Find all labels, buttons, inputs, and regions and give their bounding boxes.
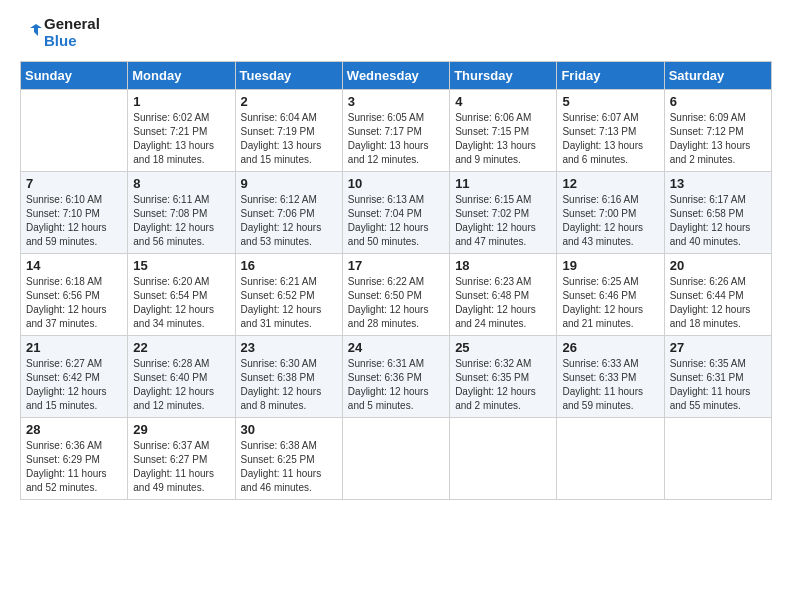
day-number: 23 — [241, 340, 337, 355]
logo: General Blue — [20, 16, 100, 49]
cell-sun-info: Sunrise: 6:17 AMSunset: 6:58 PMDaylight:… — [670, 193, 766, 249]
day-number: 5 — [562, 94, 658, 109]
day-number: 16 — [241, 258, 337, 273]
day-number: 15 — [133, 258, 229, 273]
day-number: 30 — [241, 422, 337, 437]
calendar-cell: 10Sunrise: 6:13 AMSunset: 7:04 PMDayligh… — [342, 172, 449, 254]
calendar-week-2: 7Sunrise: 6:10 AMSunset: 7:10 PMDaylight… — [21, 172, 772, 254]
cell-sun-info: Sunrise: 6:27 AMSunset: 6:42 PMDaylight:… — [26, 357, 122, 413]
cell-sun-info: Sunrise: 6:04 AMSunset: 7:19 PMDaylight:… — [241, 111, 337, 167]
cell-sun-info: Sunrise: 6:16 AMSunset: 7:00 PMDaylight:… — [562, 193, 658, 249]
calendar-cell: 6Sunrise: 6:09 AMSunset: 7:12 PMDaylight… — [664, 90, 771, 172]
day-number: 12 — [562, 176, 658, 191]
calendar-week-3: 14Sunrise: 6:18 AMSunset: 6:56 PMDayligh… — [21, 254, 772, 336]
day-number: 1 — [133, 94, 229, 109]
calendar-cell: 28Sunrise: 6:36 AMSunset: 6:29 PMDayligh… — [21, 418, 128, 500]
day-number: 18 — [455, 258, 551, 273]
cell-sun-info: Sunrise: 6:12 AMSunset: 7:06 PMDaylight:… — [241, 193, 337, 249]
day-number: 29 — [133, 422, 229, 437]
weekday-header-monday: Monday — [128, 62, 235, 90]
weekday-header-sunday: Sunday — [21, 62, 128, 90]
calendar-cell — [664, 418, 771, 500]
calendar-cell: 24Sunrise: 6:31 AMSunset: 6:36 PMDayligh… — [342, 336, 449, 418]
calendar-cell: 17Sunrise: 6:22 AMSunset: 6:50 PMDayligh… — [342, 254, 449, 336]
day-number: 7 — [26, 176, 122, 191]
cell-sun-info: Sunrise: 6:26 AMSunset: 6:44 PMDaylight:… — [670, 275, 766, 331]
day-number: 3 — [348, 94, 444, 109]
svg-marker-0 — [30, 24, 42, 36]
cell-sun-info: Sunrise: 6:02 AMSunset: 7:21 PMDaylight:… — [133, 111, 229, 167]
weekday-header-wednesday: Wednesday — [342, 62, 449, 90]
weekday-header-tuesday: Tuesday — [235, 62, 342, 90]
cell-sun-info: Sunrise: 6:36 AMSunset: 6:29 PMDaylight:… — [26, 439, 122, 495]
calendar-cell — [450, 418, 557, 500]
calendar-cell: 13Sunrise: 6:17 AMSunset: 6:58 PMDayligh… — [664, 172, 771, 254]
calendar-week-1: 1Sunrise: 6:02 AMSunset: 7:21 PMDaylight… — [21, 90, 772, 172]
calendar-cell: 4Sunrise: 6:06 AMSunset: 7:15 PMDaylight… — [450, 90, 557, 172]
weekday-header-thursday: Thursday — [450, 62, 557, 90]
logo-svg: General Blue — [20, 16, 100, 49]
cell-sun-info: Sunrise: 6:20 AMSunset: 6:54 PMDaylight:… — [133, 275, 229, 331]
cell-sun-info: Sunrise: 6:31 AMSunset: 6:36 PMDaylight:… — [348, 357, 444, 413]
calendar-cell: 21Sunrise: 6:27 AMSunset: 6:42 PMDayligh… — [21, 336, 128, 418]
calendar-cell: 3Sunrise: 6:05 AMSunset: 7:17 PMDaylight… — [342, 90, 449, 172]
calendar-cell: 7Sunrise: 6:10 AMSunset: 7:10 PMDaylight… — [21, 172, 128, 254]
weekday-header-friday: Friday — [557, 62, 664, 90]
cell-sun-info: Sunrise: 6:15 AMSunset: 7:02 PMDaylight:… — [455, 193, 551, 249]
day-number: 14 — [26, 258, 122, 273]
day-number: 8 — [133, 176, 229, 191]
day-number: 24 — [348, 340, 444, 355]
day-number: 11 — [455, 176, 551, 191]
cell-sun-info: Sunrise: 6:38 AMSunset: 6:25 PMDaylight:… — [241, 439, 337, 495]
day-number: 20 — [670, 258, 766, 273]
cell-sun-info: Sunrise: 6:05 AMSunset: 7:17 PMDaylight:… — [348, 111, 444, 167]
weekday-header-row: SundayMondayTuesdayWednesdayThursdayFrid… — [21, 62, 772, 90]
calendar-cell — [21, 90, 128, 172]
day-number: 22 — [133, 340, 229, 355]
day-number: 4 — [455, 94, 551, 109]
calendar-cell: 14Sunrise: 6:18 AMSunset: 6:56 PMDayligh… — [21, 254, 128, 336]
day-number: 17 — [348, 258, 444, 273]
cell-sun-info: Sunrise: 6:30 AMSunset: 6:38 PMDaylight:… — [241, 357, 337, 413]
day-number: 2 — [241, 94, 337, 109]
calendar-week-4: 21Sunrise: 6:27 AMSunset: 6:42 PMDayligh… — [21, 336, 772, 418]
calendar-cell: 29Sunrise: 6:37 AMSunset: 6:27 PMDayligh… — [128, 418, 235, 500]
calendar-cell — [557, 418, 664, 500]
calendar-cell: 2Sunrise: 6:04 AMSunset: 7:19 PMDaylight… — [235, 90, 342, 172]
calendar-cell: 8Sunrise: 6:11 AMSunset: 7:08 PMDaylight… — [128, 172, 235, 254]
day-number: 26 — [562, 340, 658, 355]
calendar-cell: 19Sunrise: 6:25 AMSunset: 6:46 PMDayligh… — [557, 254, 664, 336]
cell-sun-info: Sunrise: 6:32 AMSunset: 6:35 PMDaylight:… — [455, 357, 551, 413]
cell-sun-info: Sunrise: 6:10 AMSunset: 7:10 PMDaylight:… — [26, 193, 122, 249]
day-number: 25 — [455, 340, 551, 355]
cell-sun-info: Sunrise: 6:37 AMSunset: 6:27 PMDaylight:… — [133, 439, 229, 495]
day-number: 19 — [562, 258, 658, 273]
cell-sun-info: Sunrise: 6:28 AMSunset: 6:40 PMDaylight:… — [133, 357, 229, 413]
day-number: 28 — [26, 422, 122, 437]
cell-sun-info: Sunrise: 6:11 AMSunset: 7:08 PMDaylight:… — [133, 193, 229, 249]
calendar-cell: 25Sunrise: 6:32 AMSunset: 6:35 PMDayligh… — [450, 336, 557, 418]
cell-sun-info: Sunrise: 6:23 AMSunset: 6:48 PMDaylight:… — [455, 275, 551, 331]
cell-sun-info: Sunrise: 6:06 AMSunset: 7:15 PMDaylight:… — [455, 111, 551, 167]
cell-sun-info: Sunrise: 6:25 AMSunset: 6:46 PMDaylight:… — [562, 275, 658, 331]
calendar-cell: 20Sunrise: 6:26 AMSunset: 6:44 PMDayligh… — [664, 254, 771, 336]
calendar-cell — [342, 418, 449, 500]
logo-blue-text: Blue — [44, 33, 100, 50]
cell-sun-info: Sunrise: 6:09 AMSunset: 7:12 PMDaylight:… — [670, 111, 766, 167]
calendar-cell: 9Sunrise: 6:12 AMSunset: 7:06 PMDaylight… — [235, 172, 342, 254]
calendar-cell: 23Sunrise: 6:30 AMSunset: 6:38 PMDayligh… — [235, 336, 342, 418]
page-header: General Blue — [20, 16, 772, 49]
cell-sun-info: Sunrise: 6:13 AMSunset: 7:04 PMDaylight:… — [348, 193, 444, 249]
day-number: 10 — [348, 176, 444, 191]
calendar-cell: 18Sunrise: 6:23 AMSunset: 6:48 PMDayligh… — [450, 254, 557, 336]
cell-sun-info: Sunrise: 6:35 AMSunset: 6:31 PMDaylight:… — [670, 357, 766, 413]
calendar-week-5: 28Sunrise: 6:36 AMSunset: 6:29 PMDayligh… — [21, 418, 772, 500]
calendar-cell: 30Sunrise: 6:38 AMSunset: 6:25 PMDayligh… — [235, 418, 342, 500]
day-number: 9 — [241, 176, 337, 191]
day-number: 13 — [670, 176, 766, 191]
calendar-cell: 11Sunrise: 6:15 AMSunset: 7:02 PMDayligh… — [450, 172, 557, 254]
cell-sun-info: Sunrise: 6:07 AMSunset: 7:13 PMDaylight:… — [562, 111, 658, 167]
calendar-cell: 22Sunrise: 6:28 AMSunset: 6:40 PMDayligh… — [128, 336, 235, 418]
calendar-cell: 27Sunrise: 6:35 AMSunset: 6:31 PMDayligh… — [664, 336, 771, 418]
calendar-cell: 15Sunrise: 6:20 AMSunset: 6:54 PMDayligh… — [128, 254, 235, 336]
